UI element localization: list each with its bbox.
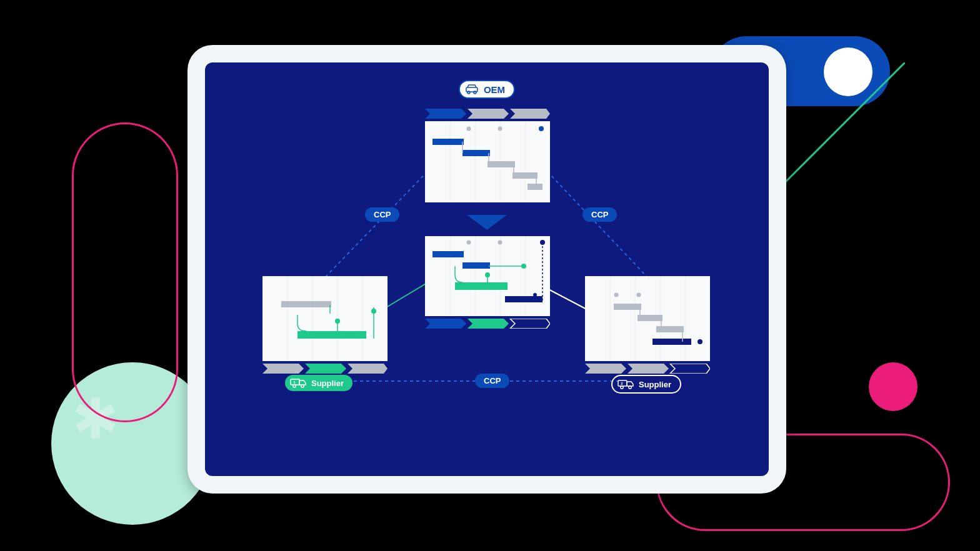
gantt-integrated-chart (425, 236, 550, 316)
svg-point-19 (539, 126, 544, 131)
supplier2-label: Supplier (639, 380, 671, 389)
gantt-supplier2-chart (585, 276, 710, 361)
svg-rect-52 (298, 331, 366, 339)
svg-rect-67 (652, 339, 691, 345)
ccp-label: CCP (374, 210, 391, 219)
svg-rect-38 (505, 296, 542, 302)
ccp-badge-right: CCP (582, 207, 617, 222)
truck-icon: 1 (290, 378, 308, 388)
gantt-supplier1-panel (262, 276, 388, 361)
svg-rect-49 (281, 301, 331, 307)
svg-marker-42 (468, 319, 509, 329)
svg-marker-11 (510, 109, 550, 119)
svg-marker-56 (348, 364, 388, 374)
svg-rect-22 (488, 161, 515, 167)
svg-rect-64 (614, 304, 641, 310)
svg-rect-65 (638, 315, 662, 321)
svg-rect-23 (512, 172, 538, 179)
svg-point-78 (629, 386, 631, 389)
svg-point-8 (474, 91, 476, 94)
decor-pink-dot (869, 362, 918, 411)
svg-marker-69 (585, 364, 626, 374)
ccp-badge-left: CCP (365, 207, 399, 222)
svg-rect-21 (462, 150, 490, 156)
svg-text:1: 1 (293, 380, 296, 384)
svg-marker-70 (628, 364, 669, 374)
ccp-label: CCP (591, 210, 608, 219)
svg-point-18 (498, 127, 502, 131)
svg-point-17 (467, 127, 471, 131)
gantt-oem-chart (425, 121, 550, 202)
svg-point-31 (498, 241, 502, 245)
svg-marker-9 (425, 109, 466, 119)
top-gantt-chevrons (425, 109, 550, 119)
svg-rect-24 (528, 184, 542, 190)
svg-point-73 (293, 385, 296, 387)
right-gantt-chevrons (585, 364, 710, 374)
truck-icon: 2 (618, 379, 635, 389)
supplier1-label: Supplier (311, 379, 344, 388)
car-icon (465, 84, 480, 95)
svg-rect-36 (455, 282, 508, 290)
svg-marker-43 (510, 319, 550, 329)
supplier2-badge: 2 Supplier (611, 375, 681, 394)
svg-rect-44 (262, 276, 388, 361)
svg-marker-41 (425, 319, 466, 329)
gantt-supplier1-chart (262, 276, 388, 361)
ccp-badge-bottom: CCP (475, 374, 509, 388)
svg-point-74 (301, 385, 304, 387)
svg-point-7 (468, 91, 470, 94)
gantt-integrated-panel (425, 236, 550, 316)
oem-label: OEM (484, 84, 505, 95)
svg-point-63 (637, 293, 641, 297)
oem-badge: OEM (459, 80, 515, 99)
svg-marker-10 (468, 109, 509, 119)
svg-rect-33 (432, 251, 464, 257)
svg-point-62 (614, 293, 619, 297)
svg-rect-66 (656, 326, 684, 332)
supplier1-badge: 1 Supplier (285, 375, 352, 391)
tablet-screen: OEM (205, 62, 769, 476)
gantt-oem-panel (425, 121, 550, 202)
decor-pink-pill-outline (72, 122, 178, 422)
svg-point-39 (533, 293, 537, 297)
svg-rect-20 (432, 139, 464, 145)
svg-point-30 (467, 241, 471, 245)
svg-marker-54 (262, 364, 304, 374)
svg-marker-71 (670, 364, 710, 374)
arrow-down-icon (467, 215, 507, 230)
tablet-frame: OEM (188, 45, 786, 494)
svg-point-68 (698, 339, 702, 344)
svg-marker-55 (305, 364, 346, 374)
svg-rect-34 (462, 262, 490, 269)
svg-text:2: 2 (621, 382, 623, 385)
middle-gantt-chevrons (425, 319, 550, 329)
left-gantt-chevrons (262, 364, 388, 374)
ccp-label: CCP (484, 376, 501, 385)
svg-point-77 (621, 386, 623, 389)
gantt-supplier2-panel (585, 276, 710, 361)
